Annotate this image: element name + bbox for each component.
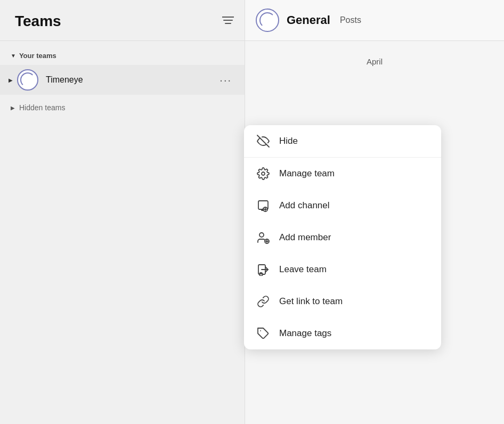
right-team-logo-spinner [259,12,275,28]
hide-icon [256,134,271,149]
menu-item-manage-tags[interactable]: Manage tags [244,317,441,349]
sidebar-header: Teams [0,0,245,41]
svg-point-4 [262,172,265,175]
menu-item-add-channel-label: Add channel [279,200,330,211]
right-header: General Posts [245,0,504,41]
menu-item-add-member[interactable]: Add member [244,222,441,254]
menu-item-manage-team[interactable]: Manage team [244,158,441,190]
add-member-icon [256,230,271,245]
your-teams-section: ▼ Your teams [0,52,245,65]
right-team-name: General [287,13,330,27]
team-more-button[interactable]: ··· [215,72,236,88]
menu-item-manage-tags-label: Manage tags [279,328,331,339]
link-icon [256,294,271,309]
your-teams-label: Your teams [19,52,56,60]
context-menu: Hide Manage team Add channel [244,125,441,349]
month-label: April [256,57,493,66]
menu-item-hide-label: Hide [279,136,298,146]
right-posts-label[interactable]: Posts [340,15,361,25]
sidebar-title: Teams [15,13,61,30]
hidden-teams-section[interactable]: ▶ Hidden teams [0,96,245,119]
sidebar: Teams ▼ Your teams ▶ Timeneye ··· ▶ Hidd… [0,0,245,424]
filter-icon[interactable] [222,16,234,27]
gear-icon [256,166,271,181]
team-item-timeneye[interactable]: ▶ Timeneye ··· [0,65,245,95]
add-channel-icon [256,198,271,213]
hidden-teams-label: Hidden teams [19,103,65,112]
menu-item-get-link[interactable]: Get link to team [244,286,441,317]
leave-icon [256,262,271,277]
hidden-teams-chevron: ▶ [11,105,15,111]
svg-point-11 [259,233,264,237]
right-team-logo [256,9,279,32]
menu-item-leave-team-label: Leave team [279,264,327,275]
team-logo-spinner [20,72,35,87]
tag-icon [256,326,271,341]
team-name: Timeneye [46,75,215,85]
menu-item-get-link-label: Get link to team [279,296,343,307]
menu-item-add-channel[interactable]: Add channel [244,190,441,222]
menu-item-manage-team-label: Manage team [279,168,335,179]
team-logo [17,69,38,91]
menu-item-hide[interactable]: Hide [244,125,441,158]
team-expand-arrow: ▶ [9,77,13,83]
sidebar-content: ▼ Your teams ▶ Timeneye ··· ▶ Hidden tea… [0,41,245,130]
menu-item-leave-team[interactable]: Leave team [244,254,441,286]
menu-item-add-member-label: Add member [279,232,331,243]
your-teams-chevron: ▼ [11,53,16,59]
